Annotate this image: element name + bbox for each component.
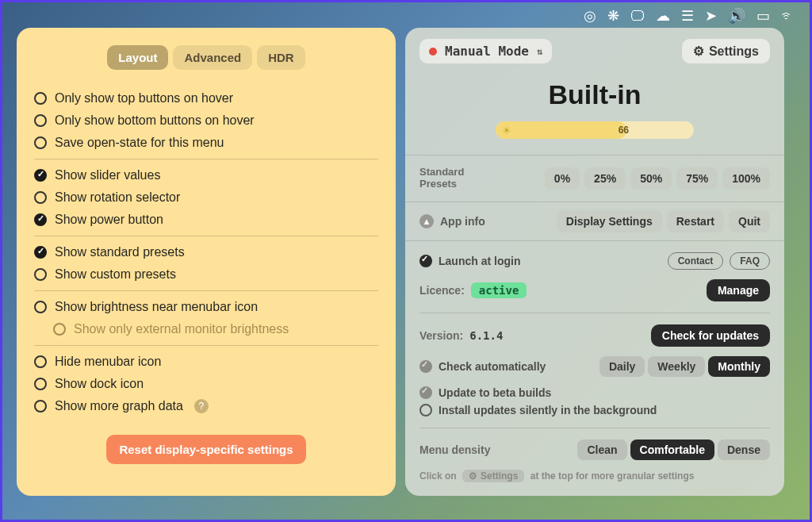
check-updates-button[interactable]: Check for updates xyxy=(651,324,770,347)
reset-display-settings-button[interactable]: Reset display-specific settings xyxy=(106,435,305,464)
volume-icon[interactable]: 🔊 xyxy=(728,7,745,25)
faq-button[interactable]: FAQ xyxy=(730,252,770,270)
restart-button[interactable]: Restart xyxy=(667,210,724,232)
density-dense[interactable]: Dense xyxy=(718,439,770,460)
option-show_more_graph[interactable]: Show more graph data? xyxy=(34,395,378,417)
radio-icon xyxy=(34,378,47,390)
option-show_brightness_menubar[interactable]: Show brightness near menubar icon xyxy=(34,296,378,318)
install-silent-label: Install updates silently in the backgrou… xyxy=(439,404,657,416)
slider-fill xyxy=(496,121,626,139)
option-show_power[interactable]: Show power button xyxy=(34,209,378,231)
help-icon[interactable]: ? xyxy=(194,399,209,413)
option-label: Show standard presets xyxy=(55,245,185,259)
update-beta-checkbox[interactable] xyxy=(419,386,432,399)
option-show_slider_values[interactable]: Show slider values xyxy=(34,164,378,186)
launch-at-login-checkbox[interactable] xyxy=(419,255,432,267)
radio-icon xyxy=(34,400,47,413)
option-only_bottom_hover[interactable]: Only show bottom buttons on hover xyxy=(34,109,378,132)
wifi-icon[interactable]: ᯤ xyxy=(781,8,795,25)
tab-advanced[interactable]: Advanced xyxy=(173,45,252,70)
display-icon[interactable]: 🖵 xyxy=(630,8,645,25)
location-icon[interactable]: ➤ xyxy=(705,7,717,25)
mode-selector[interactable]: Manual Mode ⇅ xyxy=(419,39,552,63)
check-automatically-checkbox[interactable] xyxy=(419,360,432,373)
display-settings-button[interactable]: Display Settings xyxy=(557,210,662,232)
tab-layout[interactable]: Layout xyxy=(107,45,168,70)
radio-icon xyxy=(34,301,47,313)
radio-icon xyxy=(34,213,47,226)
app-info-label: App info xyxy=(440,215,485,228)
pizza-icon[interactable]: ❋ xyxy=(607,7,619,25)
hint-settings-chip: ⚙Settings xyxy=(462,470,524,482)
radio-icon xyxy=(53,323,66,336)
radio-icon xyxy=(34,191,47,204)
preset-50[interactable]: 50% xyxy=(630,167,672,190)
radio-icon xyxy=(34,114,47,127)
quit-button[interactable]: Quit xyxy=(729,210,770,232)
density-comfortable[interactable]: Comfortable xyxy=(630,439,714,460)
density-clean[interactable]: Clean xyxy=(577,439,626,460)
settings-hint: Click on ⚙Settings at the top for more g… xyxy=(419,470,770,482)
version-value: 6.1.4 xyxy=(469,329,503,342)
settings-button[interactable]: ⚙ Settings xyxy=(682,39,770,63)
option-label: Show dock icon xyxy=(55,377,144,391)
freq-daily[interactable]: Daily xyxy=(599,356,645,377)
drives-icon[interactable]: ☰ xyxy=(681,7,694,25)
option-only_top_hover[interactable]: Only show top buttons on hover xyxy=(34,87,378,109)
option-hide_menubar_icon[interactable]: Hide menubar icon xyxy=(34,351,378,373)
preset-25[interactable]: 25% xyxy=(584,167,626,190)
manage-licence-button[interactable]: Manage xyxy=(707,279,770,301)
check-automatically-label: Check automatically xyxy=(439,360,546,373)
separator xyxy=(34,290,378,291)
option-show_rotation[interactable]: Show rotation selector xyxy=(34,186,378,209)
radio-icon xyxy=(34,92,47,105)
option-label: Only show bottom buttons on hover xyxy=(55,113,255,128)
preset-100[interactable]: 100% xyxy=(722,167,770,190)
update-beta-label: Update to beta builds xyxy=(439,386,551,399)
separator xyxy=(34,236,378,236)
option-label: Show custom presets xyxy=(55,267,176,282)
brightness-slider[interactable]: ☀ 66 xyxy=(496,121,694,139)
option-only_external[interactable]: Show only external monitor brightness xyxy=(34,318,378,340)
preset-75[interactable]: 75% xyxy=(676,167,718,190)
brightness-value: 66 xyxy=(619,125,629,136)
record-icon[interactable]: ◎ xyxy=(584,7,596,25)
option-save_open_state[interactable]: Save open-state for this menu xyxy=(34,132,378,154)
collapse-icon[interactable]: ▲ xyxy=(419,214,434,228)
display-name-title: Built-in xyxy=(405,79,784,110)
tab-hdr[interactable]: HDR xyxy=(257,45,305,70)
battery-icon[interactable]: ▭ xyxy=(756,7,770,25)
option-label: Show more graph data xyxy=(55,399,183,413)
presets-label: Standard Presets xyxy=(419,167,464,190)
install-silent-checkbox[interactable] xyxy=(419,404,432,416)
option-label: Show slider values xyxy=(55,168,160,182)
gear-icon: ⚙ xyxy=(469,470,477,482)
option-show_custom_presets[interactable]: Show custom presets xyxy=(34,263,378,286)
contact-button[interactable]: Contact xyxy=(668,252,724,270)
sun-icon: ☀ xyxy=(502,125,511,136)
option-label: Show rotation selector xyxy=(55,190,180,205)
menu-density-label: Menu density xyxy=(419,443,490,456)
preset-0[interactable]: 0% xyxy=(545,167,580,190)
freq-weekly[interactable]: Weekly xyxy=(648,356,705,377)
radio-icon xyxy=(34,246,47,259)
display-control-panel: Manual Mode ⇅ ⚙ Settings Built-in ☀ 66 S… xyxy=(405,28,784,496)
option-show_std_presets[interactable]: Show standard presets xyxy=(34,241,378,263)
options-list: Only show top buttons on hoverOnly show … xyxy=(34,87,378,417)
option-label: Show only external monitor brightness xyxy=(74,322,289,336)
freq-monthly[interactable]: Monthly xyxy=(708,356,770,377)
option-show_dock_icon[interactable]: Show dock icon xyxy=(34,373,378,395)
cloud-icon[interactable]: ☁ xyxy=(656,7,670,25)
radio-icon xyxy=(34,355,47,368)
option-label: Hide menubar icon xyxy=(55,355,161,369)
settings-tabbar: Layout Advanced HDR xyxy=(34,45,378,70)
layout-settings-panel: Layout Advanced HDR Only show top button… xyxy=(17,28,396,496)
standard-presets-row: Standard Presets 0%25%50%75%100% xyxy=(405,155,784,202)
separator xyxy=(34,159,378,159)
radio-icon xyxy=(34,268,47,281)
app-info-row: ▲ App info Display Settings Restart Quit xyxy=(405,202,784,241)
option-label: Show brightness near menubar icon xyxy=(55,300,258,314)
chevron-updown-icon: ⇅ xyxy=(537,46,542,57)
update-frequency-segment: Daily Weekly Monthly xyxy=(599,356,770,377)
record-dot-icon xyxy=(429,48,437,56)
